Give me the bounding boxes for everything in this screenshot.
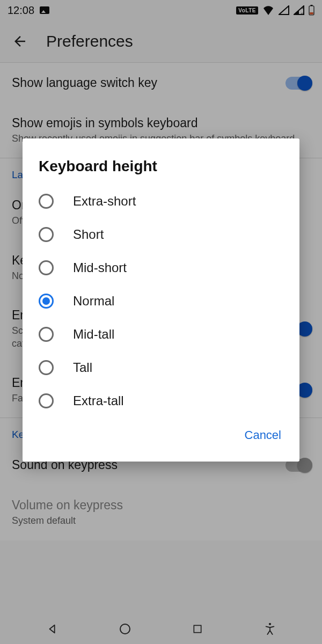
option-label: Extra-tall (73, 393, 124, 408)
dialog-title: Keyboard height (23, 155, 299, 185)
option-mid-tall[interactable]: Mid-tall (23, 318, 299, 351)
radio-icon (39, 393, 54, 408)
screen: 12:08 VoLTE xR Preferences Show language… (0, 0, 322, 644)
radio-icon (39, 360, 54, 375)
option-extra-tall[interactable]: Extra-tall (23, 384, 299, 418)
radio-icon (39, 227, 54, 242)
option-short[interactable]: Short (23, 218, 299, 251)
option-label: Mid-short (73, 260, 127, 275)
cancel-button[interactable]: Cancel (241, 424, 284, 447)
keyboard-height-dialog: Keyboard height Extra-shortShortMid-shor… (23, 138, 299, 462)
option-label: Mid-tall (73, 327, 114, 342)
dialog-options: Extra-shortShortMid-shortNormalMid-tallT… (23, 185, 299, 418)
radio-icon (39, 294, 54, 309)
option-normal[interactable]: Normal (23, 284, 299, 318)
radio-icon (39, 260, 54, 275)
radio-icon (39, 194, 54, 209)
option-label: Normal (73, 294, 114, 309)
option-mid-short[interactable]: Mid-short (23, 251, 299, 284)
option-label: Short (73, 227, 104, 242)
option-extra-short[interactable]: Extra-short (23, 185, 299, 218)
option-label: Extra-short (73, 194, 136, 209)
radio-icon (39, 327, 54, 342)
option-label: Tall (73, 360, 92, 375)
option-tall[interactable]: Tall (23, 351, 299, 384)
